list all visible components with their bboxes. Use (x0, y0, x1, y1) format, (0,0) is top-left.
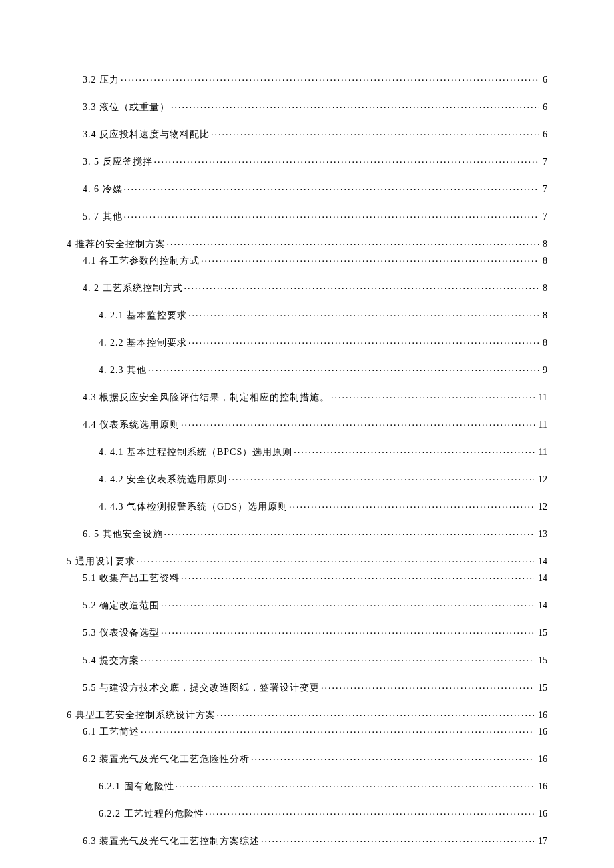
toc-leader-dots (211, 128, 539, 137)
toc-entry-label: 4.1 各工艺参数的控制方式 (83, 256, 200, 266)
toc-entry: 3. 5 反应釜搅拌 7 (67, 155, 547, 167)
toc-entry-page: 11 (536, 448, 547, 457)
toc-entry-label: 3.3 液位（或重量） (83, 103, 170, 112)
toc-entry: 5.4 提交方案15 (67, 654, 547, 665)
toc-entry-label: 6.2.2 工艺过程的危险性 (99, 809, 204, 819)
toc-leader-dots (261, 835, 534, 844)
toc-entry: 5 通用设计要求14 (67, 555, 547, 566)
toc-entry: 6.3 装置光气及光气化工艺控制方案综述 17 (67, 835, 547, 846)
toc-leader-dots (154, 155, 539, 165)
toc-entry-page: 6 (540, 130, 547, 139)
toc-entry: 5.1 收集产品工艺资料14 (67, 572, 547, 583)
toc-entry-label: 3.4 反应投料速度与物料配比 (83, 130, 210, 139)
toc-entry-label: 4. 4.2 安全仪表系统选用原则 (99, 475, 227, 484)
toc-entry-page: 14 (535, 574, 547, 583)
toc-entry: 5.5 与建设方技术交底，提交改造图纸，签署设计变更15 (67, 681, 547, 693)
toc-entry-page: 17 (535, 837, 547, 846)
toc-entry-label: 5.3 仪表设备选型 (83, 628, 160, 638)
toc-entry-label: 5.2 确定改造范围 (83, 601, 160, 610)
toc-leader-dots (251, 753, 534, 762)
toc-entry-label: 6 典型工艺安全控制系统设计方案 (67, 711, 216, 720)
toc-entry-label: 4.4 仪表系统选用原则 (83, 420, 180, 430)
toc-entry-page: 15 (535, 683, 547, 693)
toc-entry-label: 5. 7 其他 (83, 212, 123, 222)
toc-entry-label: 5.5 与建设方技术交底，提交改造图纸，签署设计变更 (83, 683, 320, 693)
toc-leader-dots (124, 210, 539, 220)
toc-entry-page: 12 (535, 475, 547, 484)
toc-entry-label: 6.1 工艺简述 (83, 727, 139, 737)
toc-leader-dots (188, 309, 539, 318)
toc-entry-label: 4 推荐的安全控制方案 (67, 240, 166, 249)
toc-entry-page: 8 (540, 338, 547, 348)
toc-entry-page: 7 (540, 212, 547, 222)
toc-leader-dots (188, 336, 539, 346)
toc-entry-label: 6.2 装置光气及光气化工艺危险性分析 (83, 755, 250, 764)
toc-leader-dots (201, 254, 539, 264)
toc-entry: 6.2.2 工艺过程的危险性 16 (67, 807, 547, 819)
table-of-contents: 3.2 压力 63.3 液位（或重量）63.4 反应投料速度与物料配比 63. … (67, 73, 547, 846)
toc-entry: 4.3 根据反应安全风险评估结果，制定相应的控制措施。11 (67, 391, 547, 402)
toc-entry-page: 15 (535, 656, 547, 665)
toc-entry-page: 8 (540, 311, 547, 320)
toc-leader-dots (137, 555, 535, 564)
toc-entry: 5. 7 其他 7 (67, 210, 547, 222)
toc-entry-page: 13 (535, 530, 547, 539)
toc-entry: 4. 6 冷媒 7 (67, 183, 547, 194)
toc-leader-dots (217, 709, 535, 718)
toc-entry-page: 16 (535, 782, 547, 791)
toc-entry: 6.2 装置光气及光气化工艺危险性分析 16 (67, 753, 547, 764)
toc-leader-dots (206, 807, 535, 817)
toc-leader-dots (161, 626, 534, 636)
toc-entry-label: 5.1 收集产品工艺资料 (83, 574, 180, 583)
toc-entry: 5.2 确定改造范围14 (67, 599, 547, 610)
toc-entry: 4. 2.1 基本监控要求8 (67, 309, 547, 320)
toc-entry: 6. 5 其他安全设施 13 (67, 528, 547, 539)
toc-entry-label: 3.2 压力 (83, 75, 119, 85)
toc-entry-page: 16 (535, 711, 547, 720)
toc-entry-page: 15 (535, 628, 547, 638)
toc-entry: 6 典型工艺安全控制系统设计方案16 (67, 709, 547, 720)
toc-entry-label: 5 通用设计要求 (67, 557, 135, 566)
toc-entry-label: 4.3 根据反应安全风险评估结果，制定相应的控制措施。 (83, 393, 330, 402)
toc-entry-label: 4. 2.2 基本控制要求 (99, 338, 187, 348)
toc-entry-label: 4. 6 冷媒 (83, 185, 123, 194)
toc-leader-dots (321, 681, 534, 691)
toc-entry-page: 6 (540, 75, 547, 85)
toc-entry: 3.4 反应投料速度与物料配比 6 (67, 128, 547, 139)
toc-entry-page: 8 (540, 240, 547, 249)
toc-leader-dots (171, 101, 539, 110)
toc-entry: 3.3 液位（或重量）6 (67, 101, 547, 112)
toc-entry-label: 4. 4.3 气体检测报警系统（GDS）选用原则 (99, 502, 288, 512)
toc-entry-page: 9 (540, 366, 547, 375)
toc-entry-label: 6.3 装置光气及光气化工艺控制方案综述 (83, 837, 260, 846)
toc-leader-dots (228, 473, 534, 482)
toc-leader-dots (181, 418, 535, 428)
toc-entry: 3.2 压力 6 (67, 73, 547, 85)
toc-leader-dots (161, 599, 534, 608)
toc-leader-dots (148, 364, 539, 373)
toc-entry-label: 3. 5 反应釜搅拌 (83, 157, 153, 167)
toc-entry-page: 11 (536, 420, 547, 430)
toc-leader-dots (184, 282, 539, 291)
toc-leader-dots (181, 572, 534, 581)
toc-entry: 4. 4.2 安全仪表系统选用原则12 (67, 473, 547, 484)
toc-leader-dots (294, 446, 534, 455)
toc-leader-dots (167, 238, 539, 247)
toc-entry-page: 11 (536, 393, 547, 402)
toc-leader-dots (289, 500, 534, 510)
toc-entry-label: 4. 2.3 其他 (99, 366, 147, 375)
toc-entry: 4.4 仪表系统选用原则11 (67, 418, 547, 430)
toc-entry-page: 6 (540, 103, 547, 112)
toc-entry-page: 7 (540, 157, 547, 167)
toc-entry-label: 6.2.1 固有危险性 (99, 782, 174, 791)
toc-entry-page: 14 (535, 601, 547, 610)
toc-leader-dots (331, 391, 535, 400)
toc-entry-page: 16 (535, 755, 547, 764)
toc-entry-label: 5.4 提交方案 (83, 656, 139, 665)
toc-leader-dots (124, 183, 539, 192)
toc-entry: 4. 2.3 其他9 (67, 364, 547, 375)
toc-entry: 4 推荐的安全控制方案8 (67, 238, 547, 249)
toc-entry: 4. 4.1 基本过程控制系统（BPCS）选用原则11 (67, 446, 547, 457)
toc-entry-page: 7 (540, 185, 547, 194)
toc-entry-label: 4. 2 工艺系统控制方式 (83, 284, 183, 293)
